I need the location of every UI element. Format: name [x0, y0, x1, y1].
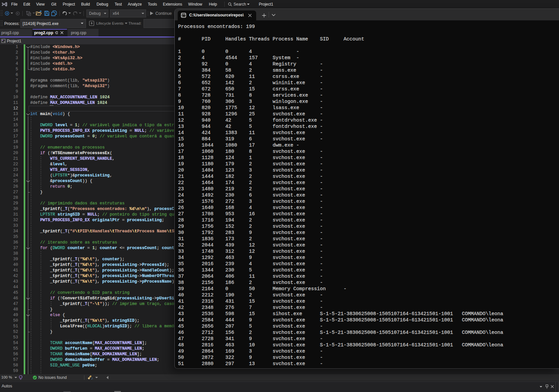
svg-text:C:\: C:\ [182, 15, 185, 17]
